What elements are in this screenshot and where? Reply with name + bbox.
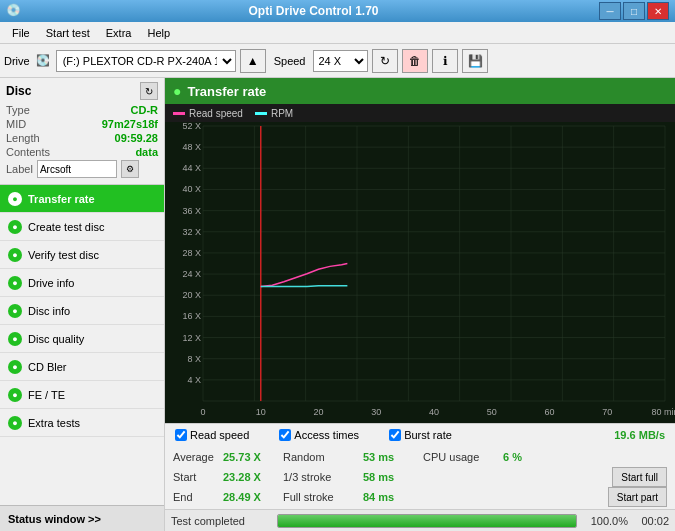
start-label: Start xyxy=(173,471,223,483)
erase-button[interactable]: 🗑 xyxy=(402,49,428,73)
main-area: Disc ↻ Type CD-R MID 97m27s18f Length 09… xyxy=(0,78,675,531)
menubar: File Start test Extra Help xyxy=(0,22,675,44)
transfer-rate-icon: ● xyxy=(8,192,22,206)
read-speed-check-label: Read speed xyxy=(190,429,249,441)
eject-button[interactable]: ▲ xyxy=(240,49,266,73)
end-label: End xyxy=(173,491,223,503)
disc-label-input[interactable] xyxy=(37,160,117,178)
menu-extra[interactable]: Extra xyxy=(98,25,140,41)
progress-bar-area: Test completed 100.0% 00:02 xyxy=(165,509,675,531)
disc-mid-value: 97m27s18f xyxy=(102,118,158,130)
disc-length-label: Length xyxy=(6,132,40,144)
progress-percent: 100.0% xyxy=(583,515,628,527)
fe-te-icon: ● xyxy=(8,388,22,402)
start-part-button[interactable]: Start part xyxy=(608,487,667,507)
disc-type-value: CD-R xyxy=(131,104,159,116)
legend-rpm-label: RPM xyxy=(271,108,293,119)
stroke2-value: 84 ms xyxy=(363,491,423,503)
legend-read-speed-color xyxy=(173,112,185,115)
nav-item-extra-tests[interactable]: ● Extra tests xyxy=(0,409,164,437)
nav-label-drive-info: Drive info xyxy=(28,277,74,289)
create-test-disc-icon: ● xyxy=(8,220,22,234)
stroke1-label: 1/3 stroke xyxy=(283,471,363,483)
nav-item-transfer-rate[interactable]: ● Transfer rate xyxy=(0,185,164,213)
nav-label-fe-te: FE / TE xyxy=(28,389,65,401)
nav-item-create-test-disc[interactable]: ● Create test disc xyxy=(0,213,164,241)
nav-item-drive-info[interactable]: ● Drive info xyxy=(0,269,164,297)
legend-rpm-color xyxy=(255,112,267,115)
disc-length-value: 09:59.28 xyxy=(115,132,158,144)
nav-label-disc-quality: Disc quality xyxy=(28,333,84,345)
nav-label-disc-info: Disc info xyxy=(28,305,70,317)
progress-fill xyxy=(278,515,576,527)
toolbar: Drive 💽 (F:) PLEXTOR CD-R PX-240A 1.00 ▲… xyxy=(0,44,675,78)
menu-start-test[interactable]: Start test xyxy=(38,25,98,41)
disc-contents-value: data xyxy=(135,146,158,158)
disc-panel: Disc ↻ Type CD-R MID 97m27s18f Length 09… xyxy=(0,78,164,185)
speed-select[interactable]: 24 X MAX 4 X 8 X 16 X 32 X 48 X 52 X xyxy=(313,50,368,72)
disc-info-icon: ● xyxy=(8,304,22,318)
chart-title: Transfer rate xyxy=(187,84,266,99)
chart-canvas-area xyxy=(165,122,675,423)
verify-test-disc-icon: ● xyxy=(8,248,22,262)
disc-contents-label: Contents xyxy=(6,146,50,158)
titlebar: 💿 Opti Drive Control 1.70 ─ □ ✕ xyxy=(0,0,675,22)
nav-item-cd-bler[interactable]: ● CD Bler xyxy=(0,353,164,381)
average-value: 25.73 X xyxy=(223,451,283,463)
burst-rate-checkbox-label[interactable]: Burst rate xyxy=(389,429,452,441)
cd-bler-icon: ● xyxy=(8,360,22,374)
random-value: 53 ms xyxy=(363,451,423,463)
disc-type-label: Type xyxy=(6,104,30,116)
drive-select[interactable]: (F:) PLEXTOR CD-R PX-240A 1.00 xyxy=(56,50,236,72)
stats-area: Average 25.73 X Random 53 ms CPU usage 6… xyxy=(165,445,675,509)
start-full-button[interactable]: Start full xyxy=(612,467,667,487)
close-button[interactable]: ✕ xyxy=(647,2,669,20)
disc-label-settings-button[interactable]: ⚙ xyxy=(121,160,139,178)
stroke1-value: 58 ms xyxy=(363,471,423,483)
stats-row-end: End 28.49 X Full stroke 84 ms Start part xyxy=(173,487,667,507)
save-button[interactable]: 💾 xyxy=(462,49,488,73)
disc-refresh-button[interactable]: ↻ xyxy=(140,82,158,100)
legend-read-speed: Read speed xyxy=(173,108,243,119)
burst-rate-check-label: Burst rate xyxy=(404,429,452,441)
disc-label-label: Label xyxy=(6,163,33,175)
transfer-rate-chart xyxy=(165,122,675,423)
access-times-checkbox-label[interactable]: Access times xyxy=(279,429,359,441)
nav-label-transfer-rate: Transfer rate xyxy=(28,193,95,205)
nav-label-create-test-disc: Create test disc xyxy=(28,221,104,233)
drive-info-icon: ● xyxy=(8,276,22,290)
legend-read-speed-label: Read speed xyxy=(189,108,243,119)
start-value: 23.28 X xyxy=(223,471,283,483)
speed-label: Speed xyxy=(274,55,306,67)
window-controls: ─ □ ✕ xyxy=(599,2,669,20)
status-window-button[interactable]: Status window >> xyxy=(0,505,164,531)
content-area: ● Transfer rate Read speed RPM Read spee… xyxy=(165,78,675,531)
nav-items: ● Transfer rate ● Create test disc ● Ver… xyxy=(0,185,164,505)
app-title: Opti Drive Control 1.70 xyxy=(28,4,599,18)
nav-label-extra-tests: Extra tests xyxy=(28,417,80,429)
nav-item-verify-test-disc[interactable]: ● Verify test disc xyxy=(0,241,164,269)
info-button[interactable]: ℹ xyxy=(432,49,458,73)
read-speed-checkbox[interactable] xyxy=(175,429,187,441)
progress-track xyxy=(277,514,577,528)
minimize-button[interactable]: ─ xyxy=(599,2,621,20)
nav-item-disc-quality[interactable]: ● Disc quality xyxy=(0,325,164,353)
chart-icon: ● xyxy=(173,83,181,99)
average-label: Average xyxy=(173,451,223,463)
nav-item-fe-te[interactable]: ● FE / TE xyxy=(0,381,164,409)
menu-file[interactable]: File xyxy=(4,25,38,41)
read-speed-checkbox-label[interactable]: Read speed xyxy=(175,429,249,441)
burst-rate-checkbox[interactable] xyxy=(389,429,401,441)
extra-tests-icon: ● xyxy=(8,416,22,430)
refresh-button[interactable]: ↻ xyxy=(372,49,398,73)
menu-help[interactable]: Help xyxy=(139,25,178,41)
cpu-value: 6 % xyxy=(503,451,553,463)
end-value: 28.49 X xyxy=(223,491,283,503)
chart-checks: Read speed Access times Burst rate 19.6 … xyxy=(165,423,675,445)
chart-header: ● Transfer rate xyxy=(165,78,675,104)
nav-item-disc-info[interactable]: ● Disc info xyxy=(0,297,164,325)
chart-legend: Read speed RPM xyxy=(165,104,675,122)
maximize-button[interactable]: □ xyxy=(623,2,645,20)
access-times-checkbox[interactable] xyxy=(279,429,291,441)
progress-label: Test completed xyxy=(171,515,271,527)
